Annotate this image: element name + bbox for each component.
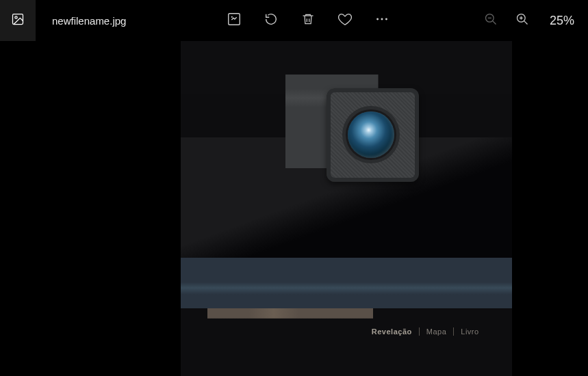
favorite-button[interactable] (337, 12, 353, 29)
image-icon (11, 12, 25, 29)
svg-point-6 (385, 18, 387, 21)
more-button[interactable] (374, 12, 390, 29)
screen-word: Revelação (365, 327, 412, 336)
svg-point-3 (231, 16, 233, 18)
trash-icon (301, 12, 315, 29)
zoom-in-button[interactable] (514, 12, 531, 29)
zoom-out-button[interactable] (483, 12, 499, 29)
zoom-out-icon (484, 12, 498, 29)
screen-word: Livro (453, 327, 478, 336)
edit-image-icon (227, 12, 242, 29)
svg-point-1 (15, 16, 17, 18)
photo-content: Revelação Mapa Livro (181, 41, 512, 376)
rotate-button[interactable] (263, 12, 279, 29)
image-frame: Revelação Mapa Livro (181, 41, 512, 376)
delete-button[interactable] (300, 12, 316, 29)
more-icon (374, 12, 389, 29)
zoom-level[interactable]: 25% (546, 14, 574, 28)
toolbar-right: 25% (483, 0, 574, 41)
zoom-in-icon (515, 12, 529, 29)
filename-label: newfilename.jpg (52, 15, 126, 27)
rotate-icon (264, 12, 279, 29)
toolbar-center (226, 0, 390, 41)
svg-point-5 (381, 18, 383, 21)
screen-word: Mapa (419, 327, 447, 336)
heart-icon (337, 12, 353, 29)
top-toolbar: newfilename.jpg (0, 0, 588, 41)
photo-screen-text: Revelação Mapa Livro (365, 327, 479, 336)
app-tab[interactable] (0, 0, 36, 41)
image-canvas[interactable]: Revelação Mapa Livro (0, 41, 588, 376)
edit-image-button[interactable] (226, 12, 242, 29)
svg-point-4 (376, 18, 379, 21)
